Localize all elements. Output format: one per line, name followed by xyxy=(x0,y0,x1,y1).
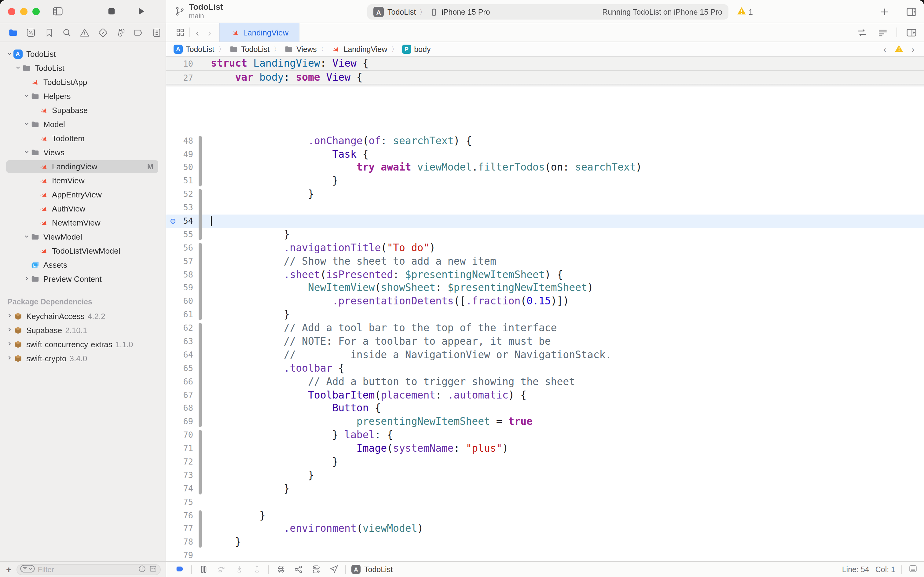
code-line-58[interactable]: 58 .sheet(isPresented: $presentingNewIte… xyxy=(166,268,924,282)
code-line-61[interactable]: 61 } xyxy=(166,308,924,321)
disclosure-down-icon[interactable] xyxy=(23,93,30,100)
debug-navigator-icon[interactable] xyxy=(112,26,130,39)
code-line-75[interactable]: 75 xyxy=(166,495,924,509)
sidebar-item-authview[interactable]: AuthView xyxy=(0,202,166,216)
related-items-icon[interactable] xyxy=(174,26,187,39)
breadcrumb-item-todolist[interactable]: TodoList xyxy=(229,45,269,54)
source-control-filter-icon[interactable] xyxy=(149,564,157,575)
code-line-76[interactable]: 76 } xyxy=(166,509,924,522)
disclosure-right-icon[interactable] xyxy=(6,313,13,320)
breakpoint-navigator-icon[interactable] xyxy=(130,26,148,39)
breadcrumb-item-views[interactable]: Views xyxy=(284,45,317,54)
report-navigator-icon[interactable] xyxy=(148,26,166,39)
sidebar-item-todolistapp[interactable]: TodoListApp xyxy=(0,75,166,89)
code-line-59[interactable]: 59 NewItemView(showSheet: $presentingNew… xyxy=(166,282,924,295)
step-over-icon[interactable] xyxy=(215,564,227,575)
step-into-icon[interactable] xyxy=(233,564,245,575)
code-line-27[interactable]: 27 var body: some View { xyxy=(166,71,924,84)
code-line-72[interactable]: 72 } xyxy=(166,455,924,469)
add-file-icon[interactable]: + xyxy=(6,564,11,575)
close-window-button[interactable] xyxy=(8,8,15,15)
add-editor-library-icon[interactable] xyxy=(877,5,891,18)
disclosure-right-icon[interactable] xyxy=(6,355,13,362)
disclosure-down-icon[interactable] xyxy=(23,234,30,240)
code-line-79[interactable]: 79 xyxy=(166,549,924,561)
disclosure-right-icon[interactable] xyxy=(6,327,13,334)
environment-overrides-icon[interactable] xyxy=(310,564,322,575)
code-view[interactable]: 48 .onChange(of: searchText) {49 Task {5… xyxy=(166,57,924,561)
disclosure-down-icon[interactable] xyxy=(14,65,21,71)
running-process[interactable]: A TodoList xyxy=(351,565,393,574)
code-line-48[interactable]: 48 .onChange(of: searchText) { xyxy=(166,134,924,148)
code-review-icon[interactable] xyxy=(855,26,868,39)
code-line-62[interactable]: 62 // Add a tool bar to the top of the i… xyxy=(166,321,924,335)
code-line-78[interactable]: 78 } xyxy=(166,536,924,549)
code-line-50[interactable]: 50 try await viewModel.filterTodos(on: s… xyxy=(166,161,924,174)
tab-landingview[interactable]: LandingView xyxy=(219,23,299,42)
code-line-63[interactable]: 63 // NOTE: For a toolbar to appear, it … xyxy=(166,335,924,348)
breadcrumb-item-body[interactable]: Pbody xyxy=(402,45,431,54)
sidebar-item-todolist[interactable]: ATodoList xyxy=(0,47,166,61)
minimize-window-button[interactable] xyxy=(20,8,27,15)
sidebar-item-preview-content[interactable]: Preview Content xyxy=(0,272,166,286)
sidebar-item-model[interactable]: Model xyxy=(0,118,166,131)
breadcrumb-item-landingview[interactable]: LandingView xyxy=(332,45,388,54)
run-button[interactable] xyxy=(134,5,147,18)
code-line-51[interactable]: 51 } xyxy=(166,174,924,188)
filter-field[interactable]: Filter xyxy=(16,564,161,575)
code-line-57[interactable]: 57 // Show the sheet to add a new item xyxy=(166,255,924,268)
find-navigator-icon[interactable] xyxy=(58,26,76,39)
code-line-54[interactable]: 54 xyxy=(166,214,924,228)
scheme-name[interactable]: TodoList xyxy=(388,8,416,16)
package-item-supabase[interactable]: Supabase2.10.1 xyxy=(0,323,166,337)
sidebar-item-helpers[interactable]: Helpers xyxy=(0,89,166,103)
issue-navigator-icon[interactable] xyxy=(76,26,94,39)
code-line-10[interactable]: 10struct LandingView: View { xyxy=(166,57,924,71)
code-line-65[interactable]: 65 .toolbar { xyxy=(166,362,924,375)
step-out-icon[interactable] xyxy=(251,564,263,575)
run-destination[interactable]: iPhone 15 Pro xyxy=(441,8,490,16)
code-line-69[interactable]: 69 presentingNewItemSheet = true xyxy=(166,415,924,429)
code-line-67[interactable]: 67 ToolbarItem(placement: .automatic) { xyxy=(166,388,924,402)
issues-summary[interactable]: 1 xyxy=(737,6,753,18)
sidebar-item-landingview[interactable]: LandingViewM xyxy=(0,160,166,174)
editor-options-icon[interactable] xyxy=(876,26,889,39)
disclosure-down-icon[interactable] xyxy=(23,121,30,128)
debug-memory-graph-icon[interactable] xyxy=(292,564,304,575)
code-line-64[interactable]: 64 // inside a NavigationView or Navigat… xyxy=(166,348,924,362)
code-line-60[interactable]: 60 .presentationDetents([.fraction(0.15)… xyxy=(166,295,924,308)
code-line-66[interactable]: 66 // Add a button to trigger showing th… xyxy=(166,375,924,388)
code-line-49[interactable]: 49 Task { xyxy=(166,148,924,161)
sidebar-item-todoitem[interactable]: TodoItem xyxy=(0,131,166,145)
package-item-keychainaccess[interactable]: KeychainAccess4.2.2 xyxy=(0,309,166,323)
bookmark-navigator-icon[interactable] xyxy=(40,26,58,39)
sidebar-item-supabase[interactable]: Supabase xyxy=(0,103,166,118)
add-editor-split-icon[interactable] xyxy=(905,26,918,39)
disclosure-right-icon[interactable] xyxy=(6,341,13,348)
code-line-55[interactable]: 55 } xyxy=(166,228,924,242)
simulate-location-icon[interactable] xyxy=(328,564,340,575)
previous-issue-icon[interactable]: ‹ xyxy=(880,44,890,55)
test-navigator-icon[interactable] xyxy=(94,26,112,39)
code-line-56[interactable]: 56 .navigationTitle("To do") xyxy=(166,241,924,255)
project-navigator-icon[interactable] xyxy=(4,26,22,39)
toggle-left-sidebar-icon[interactable] xyxy=(51,5,64,18)
go-back-icon[interactable]: ‹ xyxy=(193,27,202,38)
code-line-52[interactable]: 52 } xyxy=(166,188,924,201)
code-line-77[interactable]: 77 .environment(viewModel) xyxy=(166,522,924,536)
recent-files-clock-icon[interactable] xyxy=(138,564,146,575)
zoom-window-button[interactable] xyxy=(32,8,40,15)
disclosure-right-icon[interactable] xyxy=(23,276,30,282)
package-item-swift-concurrency-extras[interactable]: swift-concurrency-extras1.1.0 xyxy=(0,337,166,351)
toggle-right-inspector-icon[interactable] xyxy=(905,5,918,18)
sidebar-item-todolist[interactable]: TodoList xyxy=(0,61,166,75)
code-line-68[interactable]: 68 Button { xyxy=(166,402,924,415)
disclosure-down-icon[interactable] xyxy=(6,51,13,58)
sidebar-item-todolistviewmodel[interactable]: TodoListViewModel xyxy=(0,244,166,258)
package-item-swift-crypto[interactable]: swift-crypto3.4.0 xyxy=(0,351,166,366)
sidebar-item-viewmodel[interactable]: ViewModel xyxy=(0,230,166,244)
next-issue-icon[interactable]: › xyxy=(908,44,918,55)
code-line-73[interactable]: 73 } xyxy=(166,469,924,482)
breadcrumb-item-todolist[interactable]: ATodoList xyxy=(174,45,214,54)
go-forward-icon[interactable]: › xyxy=(205,27,214,38)
